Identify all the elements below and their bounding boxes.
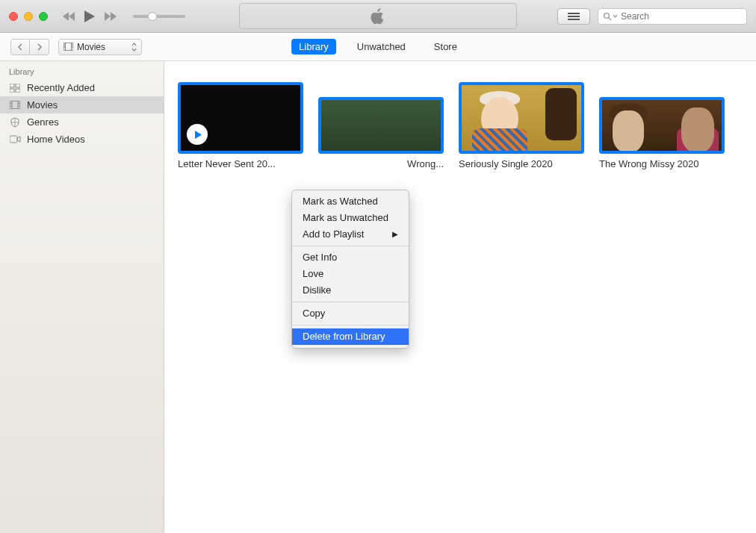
movie-item[interactable]: Seriously Single 2020 xyxy=(459,82,584,169)
close-window-button[interactable] xyxy=(9,12,18,21)
view-tabs: Library Unwatched Store xyxy=(291,39,465,54)
movie-title: The Wrong Missy 2020 xyxy=(599,158,725,169)
film-icon xyxy=(9,100,21,110)
svg-rect-16 xyxy=(12,101,18,109)
shield-icon xyxy=(9,117,21,128)
film-icon xyxy=(63,43,73,51)
movie-thumbnail[interactable] xyxy=(459,82,584,154)
view-mode-button[interactable] xyxy=(557,8,590,25)
movie-title: Seriously Single 2020 xyxy=(459,158,584,169)
menu-get-info[interactable]: Get Info xyxy=(292,249,409,266)
tab-unwatched[interactable]: Unwatched xyxy=(350,39,413,54)
movie-thumbnail[interactable] xyxy=(178,82,303,154)
back-button[interactable] xyxy=(10,39,30,55)
movie-thumbnail[interactable] xyxy=(318,97,444,154)
maximize-window-button[interactable] xyxy=(39,12,48,21)
next-button[interactable] xyxy=(103,11,117,22)
search-input[interactable] xyxy=(621,11,742,22)
svg-rect-15 xyxy=(10,101,20,109)
svg-rect-2 xyxy=(568,19,580,20)
category-label: Movies xyxy=(77,42,105,52)
tab-store[interactable]: Store xyxy=(427,39,465,54)
tab-library[interactable]: Library xyxy=(291,39,336,54)
nav-buttons xyxy=(10,39,49,55)
menu-dislike[interactable]: Dislike xyxy=(292,282,409,299)
playback-controls xyxy=(63,10,185,23)
sidebar-item-label: Home Videos xyxy=(27,134,85,145)
menu-love[interactable]: Love xyxy=(292,266,409,282)
now-playing-display xyxy=(239,3,517,29)
window-controls xyxy=(9,12,48,21)
search-field[interactable] xyxy=(598,8,747,25)
svg-rect-11 xyxy=(10,84,14,87)
forward-button[interactable] xyxy=(30,39,49,55)
svg-rect-1 xyxy=(568,16,580,17)
previous-button[interactable] xyxy=(63,11,76,22)
movie-item[interactable]: Wrong... xyxy=(318,97,444,169)
sidebar-item-label: Recently Added xyxy=(27,82,95,93)
menu-separator xyxy=(292,302,409,302)
updown-icon xyxy=(131,43,137,52)
svg-rect-23 xyxy=(10,136,17,143)
movie-thumbnail[interactable] xyxy=(599,97,725,154)
menu-label: Add to Playlist xyxy=(303,228,364,241)
titlebar xyxy=(0,0,756,33)
minimize-window-button[interactable] xyxy=(24,12,33,21)
category-select[interactable]: Movies xyxy=(58,39,142,55)
menu-mark-unwatched[interactable]: Mark as Unwatched xyxy=(292,210,409,226)
camera-icon xyxy=(9,134,21,145)
titlebar-right xyxy=(557,8,747,25)
sidebar-item-home-videos[interactable]: Home Videos xyxy=(0,131,164,148)
chevron-right-icon: ▶ xyxy=(392,228,398,241)
menu-add-to-playlist[interactable]: Add to Playlist ▶ xyxy=(292,226,409,243)
sidebar-header: Library xyxy=(0,64,164,79)
menu-separator xyxy=(292,325,409,325)
menu-copy[interactable]: Copy xyxy=(292,305,409,322)
volume-slider[interactable] xyxy=(133,15,185,18)
sidebar-item-genres[interactable]: Genres xyxy=(0,113,164,131)
menu-separator xyxy=(292,246,409,246)
menu-mark-watched[interactable]: Mark as Watched xyxy=(292,193,409,210)
volume-knob[interactable] xyxy=(148,12,157,21)
svg-rect-0 xyxy=(568,13,580,14)
toolbar: Movies Library Unwatched Store xyxy=(0,33,756,61)
movie-grid: Letter Never Sent 20... Wrong... xyxy=(178,82,743,169)
apple-logo-icon xyxy=(371,7,385,25)
movie-title: Letter Never Sent 20... xyxy=(178,158,303,169)
sidebar-item-label: Movies xyxy=(27,99,58,110)
content-area: Letter Never Sent 20... Wrong... xyxy=(164,61,756,533)
sidebar-item-recently-added[interactable]: Recently Added xyxy=(0,79,164,96)
menu-delete-from-library[interactable]: Delete from Library xyxy=(292,328,409,345)
svg-point-3 xyxy=(604,13,610,18)
sidebar-item-movies[interactable]: Movies xyxy=(0,96,164,113)
svg-rect-12 xyxy=(16,84,20,87)
movie-item[interactable]: Letter Never Sent 20... xyxy=(178,82,303,169)
search-icon xyxy=(603,12,618,21)
grid-icon xyxy=(9,83,21,93)
svg-rect-6 xyxy=(66,43,72,51)
sidebar: Library Recently Added Movies Genres Hom… xyxy=(0,61,164,533)
context-menu: Mark as Watched Mark as Unwatched Add to… xyxy=(291,190,409,349)
movie-item[interactable]: The Wrong Missy 2020 xyxy=(599,97,725,169)
svg-rect-13 xyxy=(10,89,14,93)
sidebar-item-label: Genres xyxy=(27,116,59,128)
play-button[interactable] xyxy=(84,10,96,23)
play-overlay-icon[interactable] xyxy=(187,124,208,145)
svg-rect-5 xyxy=(63,43,73,51)
svg-line-4 xyxy=(609,17,611,19)
svg-rect-14 xyxy=(16,89,20,93)
movie-title: Wrong... xyxy=(318,158,444,169)
